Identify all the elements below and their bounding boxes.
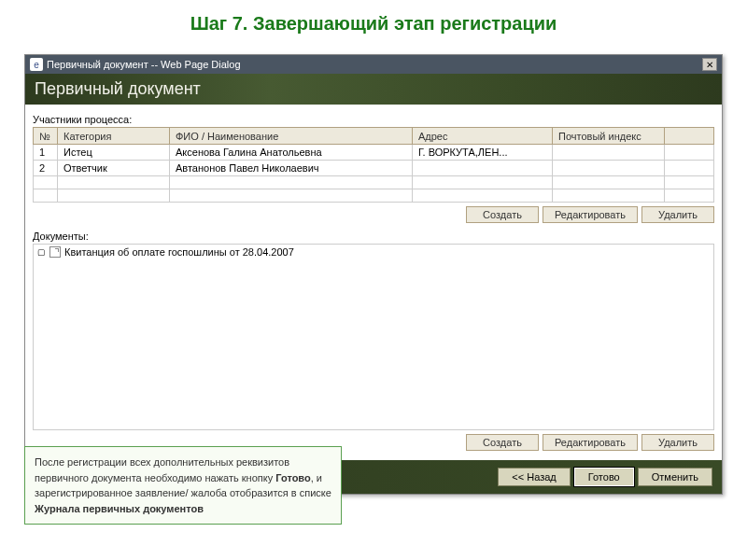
cell-postal bbox=[553, 161, 665, 176]
hint-bold-1: Готово bbox=[275, 472, 310, 483]
cancel-button[interactable]: Отменить bbox=[638, 468, 712, 486]
cell-num: 1 bbox=[34, 145, 58, 161]
participants-table: № Категория ФИО / Наименование Адрес Поч… bbox=[33, 127, 714, 203]
dialog-window: e Первичный документ -- Web Page Dialog … bbox=[24, 54, 723, 495]
cell-category: Ответчик bbox=[58, 161, 170, 176]
hint-bold-2: Журнала первичных документов bbox=[35, 503, 204, 514]
cell-address bbox=[413, 161, 553, 176]
cell-address: Г. ВОРКУТА,ЛЕН... bbox=[413, 145, 553, 161]
col-header-postal[interactable]: Почтовый индекс bbox=[553, 128, 665, 145]
table-row[interactable]: 1 Истец Аксенова Галина Анатольевна Г. В… bbox=[34, 145, 714, 161]
col-header-name[interactable]: ФИО / Наименование bbox=[170, 128, 413, 145]
cell-name: Автанонов Павел Николаевич bbox=[170, 161, 413, 176]
expand-icon[interactable]: ▢ bbox=[37, 247, 46, 257]
delete-button[interactable]: Удалить bbox=[641, 206, 714, 223]
participants-label: Участники процесса: bbox=[33, 114, 714, 125]
close-icon[interactable]: ✕ bbox=[702, 58, 717, 71]
edit-doc-button[interactable]: Редактировать bbox=[543, 434, 638, 451]
cell-postal bbox=[553, 145, 665, 161]
cell-num: 2 bbox=[34, 161, 58, 176]
app-icon: e bbox=[30, 58, 43, 71]
hint-text-1: После регистрации всех дополнительных ре… bbox=[35, 456, 289, 483]
done-button[interactable]: Готово bbox=[574, 468, 634, 486]
back-button[interactable]: << Назад bbox=[498, 468, 570, 486]
cell-name: Аксенова Галина Анатольевна bbox=[170, 145, 413, 161]
titlebar-text: Первичный документ -- Web Page Dialog bbox=[47, 59, 241, 70]
document-title: Квитанция об оплате госпошлины от 28.04.… bbox=[64, 246, 294, 258]
dialog-banner: Первичный документ bbox=[25, 74, 722, 105]
col-header-category[interactable]: Категория bbox=[58, 128, 170, 145]
page-heading: Шаг 7. Завершающий этап регистрации bbox=[0, 0, 747, 44]
table-row[interactable]: 2 Ответчик Автанонов Павел Николаевич bbox=[34, 161, 714, 176]
titlebar[interactable]: e Первичный документ -- Web Page Dialog … bbox=[25, 55, 722, 74]
col-header-address[interactable]: Адрес bbox=[413, 128, 553, 145]
documents-area: ▢ Квитанция об оплате госпошлины от 28.0… bbox=[33, 244, 714, 430]
hint-tooltip: После регистрации всех дополнительных ре… bbox=[24, 446, 342, 525]
col-header-extra bbox=[665, 128, 714, 145]
create-doc-button[interactable]: Создать bbox=[466, 434, 539, 451]
cell-category: Истец bbox=[58, 145, 170, 161]
list-item[interactable]: ▢ Квитанция об оплате госпошлины от 28.0… bbox=[34, 245, 713, 259]
delete-doc-button[interactable]: Удалить bbox=[641, 434, 714, 451]
table-row bbox=[34, 176, 714, 189]
documents-label: Документы: bbox=[33, 231, 714, 242]
create-button[interactable]: Создать bbox=[466, 206, 539, 223]
table-row bbox=[34, 189, 714, 203]
document-icon bbox=[49, 246, 61, 258]
edit-button[interactable]: Редактировать bbox=[543, 206, 638, 223]
col-header-num[interactable]: № bbox=[34, 128, 58, 145]
